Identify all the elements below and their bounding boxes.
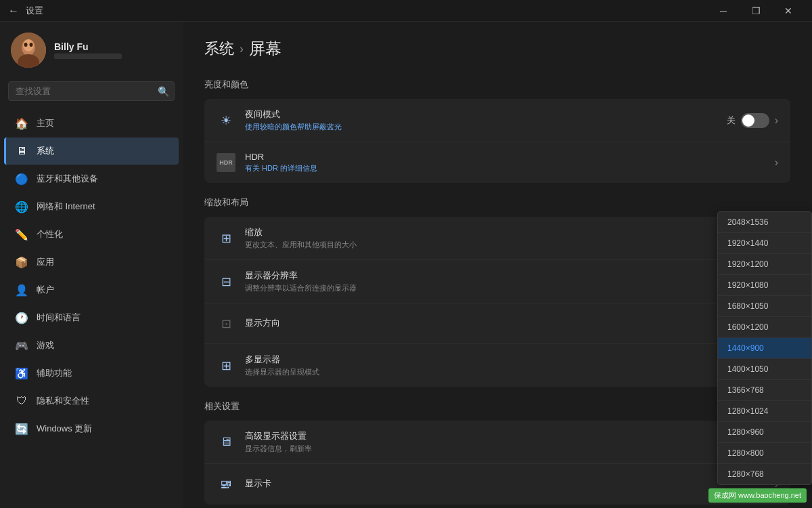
svg-point-4 xyxy=(24,43,28,47)
dropdown-option-6[interactable]: 1440×900 xyxy=(718,338,811,359)
nav-label-accessibility: 辅助功能 xyxy=(37,367,72,379)
dropdown-option-5[interactable]: 1600×1200 xyxy=(718,317,811,338)
titlebar: ← 设置 ─ ❐ ✕ xyxy=(0,0,812,22)
sidebar-item-apps[interactable]: 📦 应用 xyxy=(4,249,179,276)
row-subtitle-scale: 更改文本、应用和其他项目的大小 xyxy=(245,240,748,250)
titlebar-title: 设置 xyxy=(26,5,43,17)
nav-label-privacy: 隐私和安全性 xyxy=(37,395,89,407)
sidebar-item-privacy[interactable]: 🛡 隐私和安全性 xyxy=(4,387,179,415)
dropdown-option-4[interactable]: 1680×1050 xyxy=(718,296,811,317)
sidebar-item-accounts[interactable]: 👤 帐户 xyxy=(4,276,179,303)
row-title-gpu: 显示卡 xyxy=(245,478,765,490)
user-subtitle xyxy=(54,54,122,59)
row-control-night_mode: 关› xyxy=(727,113,778,128)
sidebar-item-home[interactable]: 🏠 主页 xyxy=(4,110,179,137)
nav-label-system: 系统 xyxy=(37,145,54,157)
sidebar-item-windows_update[interactable]: 🔄 Windows 更新 xyxy=(4,415,179,442)
settings-row-multi_display[interactable]: ⊞多显示器选择显示器的呈现模式› xyxy=(204,344,790,387)
nav-icon-time: 🕐 xyxy=(15,311,28,324)
nav-icon-personalize: ✏️ xyxy=(15,228,28,241)
nav-label-home: 主页 xyxy=(37,117,54,129)
nav-icon-apps: 📦 xyxy=(15,255,28,269)
main-content: 系统 › 屏幕 亮度和颜色☀夜间模式使用较暗的颜色帮助屏蔽蓝光关›HDRHDR有… xyxy=(183,22,812,508)
row-title-advanced_display: 高级显示器设置 xyxy=(245,430,765,442)
back-button[interactable]: ← xyxy=(8,5,19,17)
settings-row-advanced_display[interactable]: 🖥高级显示器设置显示器信息，刷新率› xyxy=(204,421,790,464)
nav-label-apps: 应用 xyxy=(37,256,54,268)
chevron-hdr: › xyxy=(775,156,778,169)
sidebar-item-accessibility[interactable]: ♿ 辅助功能 xyxy=(4,360,179,387)
row-content-hdr: HDR有关 HDR 的详细信息 xyxy=(245,152,765,173)
row-icon-night_mode: ☀ xyxy=(217,111,235,130)
row-title-resolution: 显示器分辨率 xyxy=(245,270,769,282)
user-info: Billy Fu xyxy=(54,41,172,59)
row-subtitle-advanced_display: 显示器信息，刷新率 xyxy=(245,444,765,454)
settings-card-2: 🖥高级显示器设置显示器信息，刷新率›🖳显示卡› xyxy=(204,421,790,505)
settings-row-orientation[interactable]: ⊡显示方向 xyxy=(204,303,790,344)
search-input[interactable] xyxy=(8,81,175,101)
row-title-scale: 缩放 xyxy=(245,226,748,238)
dropdown-option-2[interactable]: 1920×1200 xyxy=(718,254,811,275)
dropdown-option-1[interactable]: 1920×1440 xyxy=(718,233,811,254)
minimize-button[interactable]: ─ xyxy=(708,0,739,22)
dropdown-option-3[interactable]: 1920×1080 xyxy=(718,275,811,296)
dropdown-option-0[interactable]: 2048×1536 xyxy=(718,212,811,233)
sidebar-item-personalize[interactable]: ✏️ 个性化 xyxy=(4,221,179,248)
toggle-night_mode[interactable] xyxy=(741,113,769,128)
breadcrumb-separator: › xyxy=(240,42,244,56)
nav-icon-windows_update: 🔄 xyxy=(15,422,28,436)
watermark: 保成网 www.baocheng.net xyxy=(708,488,807,503)
dropdown-option-12[interactable]: 1280×768 xyxy=(718,464,811,484)
toggle-label-night_mode: 关 xyxy=(727,114,736,127)
dropdown-option-7[interactable]: 1400×1050 xyxy=(718,359,811,380)
settings-row-gpu[interactable]: 🖳显示卡› xyxy=(204,464,790,505)
sidebar-item-time[interactable]: 🕐 时间和语言 xyxy=(4,304,179,331)
row-content-advanced_display: 高级显示器设置显示器信息，刷新率 xyxy=(245,430,765,454)
settings-row-hdr[interactable]: HDRHDR有关 HDR 的详细信息› xyxy=(204,142,790,183)
nav-icon-system: 🖥 xyxy=(15,144,28,158)
section-2: 相关设置🖥高级显示器设置显示器信息，刷新率›🖳显示卡› xyxy=(204,400,790,505)
close-button[interactable]: ✕ xyxy=(773,0,804,22)
section-0: 亮度和颜色☀夜间模式使用较暗的颜色帮助屏蔽蓝光关›HDRHDR有关 HDR 的详… xyxy=(204,79,790,183)
titlebar-controls: ─ ❐ ✕ xyxy=(708,0,804,22)
nav-container: 🏠 主页 🖥 系统 🔵 蓝牙和其他设备 🌐 网络和 Internet ✏️ 个性… xyxy=(0,109,183,443)
row-subtitle-multi_display: 选择显示器的呈现模式 xyxy=(245,367,765,377)
nav-label-games: 游戏 xyxy=(37,339,54,352)
row-content-scale: 缩放更改文本、应用和其他项目的大小 xyxy=(245,226,748,250)
settings-row-scale[interactable]: ⊞缩放更改文本、应用和其他项目的大小100% xyxy=(204,217,790,260)
dropdown-option-8[interactable]: 1366×768 xyxy=(718,380,811,401)
row-control-hdr: › xyxy=(775,156,778,169)
resolution-dropdown[interactable]: 2048×15361920×14401920×12001920×10801680… xyxy=(717,211,812,485)
search-icon: 🔍 xyxy=(158,86,169,97)
dropdown-option-10[interactable]: 1280×960 xyxy=(718,422,811,443)
chevron-night_mode: › xyxy=(775,114,778,127)
row-content-resolution: 显示器分辨率调整分辨率以适合所连接的显示器 xyxy=(245,270,769,293)
sidebar-item-games[interactable]: 🎮 游戏 xyxy=(4,332,179,359)
nav-label-accounts: 帐户 xyxy=(37,284,54,296)
settings-card-1: ⊞缩放更改文本、应用和其他项目的大小100%⊟显示器分辨率调整分辨率以适合所连接… xyxy=(204,217,790,387)
settings-row-resolution[interactable]: ⊟显示器分辨率调整分辨率以适合所连接的显示器 xyxy=(204,260,790,303)
row-subtitle-resolution: 调整分辨率以适合所连接的显示器 xyxy=(245,283,769,293)
sidebar-item-system[interactable]: 🖥 系统 xyxy=(4,137,179,165)
sidebar-item-network[interactable]: 🌐 网络和 Internet xyxy=(4,193,179,220)
row-icon-hdr: HDR xyxy=(217,153,235,172)
nav-label-windows_update: Windows 更新 xyxy=(37,423,92,435)
nav-icon-network: 🌐 xyxy=(15,200,28,213)
settings-row-night_mode[interactable]: ☀夜间模式使用较暗的颜色帮助屏蔽蓝光关› xyxy=(204,99,790,142)
dropdown-option-9[interactable]: 1280×1024 xyxy=(718,401,811,422)
row-title-orientation: 显示方向 xyxy=(245,317,769,329)
nav-label-time: 时间和语言 xyxy=(37,312,81,324)
section-title-0: 亮度和颜色 xyxy=(204,79,790,91)
row-title-hdr: HDR xyxy=(245,152,765,162)
row-content-gpu: 显示卡 xyxy=(245,478,765,491)
restore-button[interactable]: ❐ xyxy=(740,0,771,22)
nav-label-bluetooth: 蓝牙和其他设备 xyxy=(37,173,98,185)
nav-icon-privacy: 🛡 xyxy=(15,394,28,408)
dropdown-option-11[interactable]: 1280×800 xyxy=(718,443,811,464)
user-section[interactable]: Billy Fu xyxy=(0,22,183,76)
row-subtitle-hdr: 有关 HDR 的详细信息 xyxy=(245,163,765,173)
nav-label-personalize: 个性化 xyxy=(37,228,63,240)
row-icon-orientation: ⊡ xyxy=(217,314,235,333)
sidebar-item-bluetooth[interactable]: 🔵 蓝牙和其他设备 xyxy=(4,165,179,192)
row-title-night_mode: 夜间模式 xyxy=(245,108,717,121)
